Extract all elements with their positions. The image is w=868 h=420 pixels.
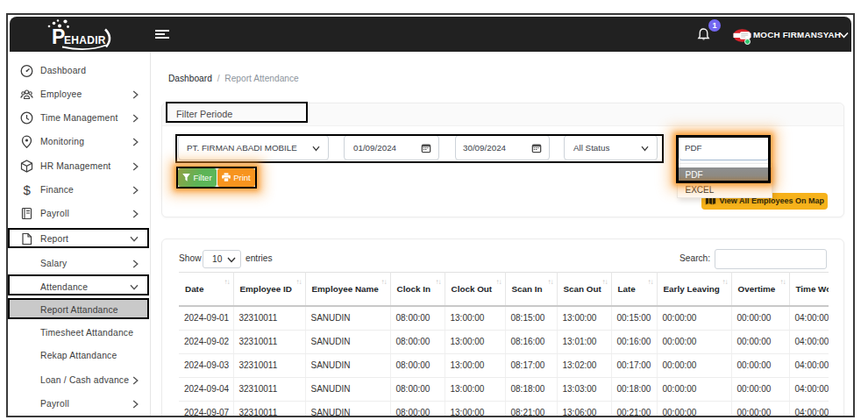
svg-text:$: $ <box>24 183 32 196</box>
svg-text:EHADIR: EHADIR <box>64 34 106 46</box>
